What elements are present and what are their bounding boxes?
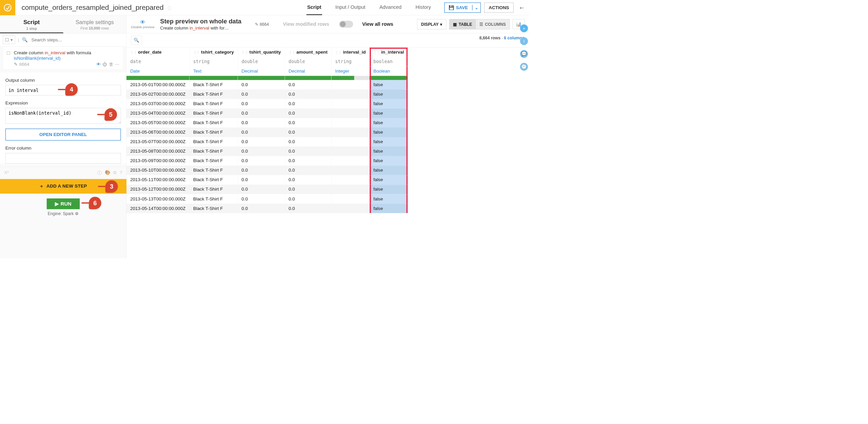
column-header-in_interval[interactable]: ⋮⋮in_interval (370, 47, 408, 57)
tab-input-output[interactable]: Input / Output (335, 0, 367, 15)
output-column-input[interactable] (5, 85, 121, 95)
column-header-amount_spent[interactable]: ⋮⋮amount_spent (285, 47, 331, 57)
table-row[interactable]: 2013-05-14T00:00:00.000ZBlack T-Shirt F0… (126, 204, 408, 213)
callout-4: 4 (65, 83, 78, 96)
error-column-input[interactable] (5, 153, 121, 163)
view-toggle[interactable] (339, 21, 353, 28)
table-row[interactable]: 2013-05-11T00:00:00.000ZBlack T-Shirt F0… (126, 175, 408, 185)
column-header-interval_id[interactable]: ⋮⋮interval_id (331, 47, 370, 57)
filter-icon[interactable]: 🔍 (131, 36, 142, 45)
back-arrow-icon[interactable]: ← (519, 4, 525, 11)
save-icon: 💾 (449, 5, 454, 10)
table-row[interactable]: 2013-05-10T00:00:00.000ZBlack T-Shirt F0… (126, 166, 408, 175)
table-row[interactable]: 2013-05-13T00:00:00.000ZBlack T-Shirt F0… (126, 194, 408, 204)
save-dropdown-icon[interactable]: ⌄ (472, 5, 480, 10)
disable-preview-button[interactable]: 👁 Disable preview (131, 19, 154, 29)
engine-label[interactable]: Engine: Spark ⚙ (0, 211, 126, 216)
preview-subtitle: Create column in_interval with for… (160, 26, 241, 31)
svg-point-0 (4, 4, 11, 11)
callout-6: 6 (89, 197, 101, 209)
rail-plus-icon[interactable]: ＋ (520, 24, 528, 32)
step-card[interactable]: ☐ Create column in_interval with formula… (3, 46, 123, 70)
display-dropdown[interactable]: DISPLAY ▾ (417, 19, 446, 29)
save-button[interactable]: 💾 SAVE ⌄ (444, 2, 481, 13)
tab-advanced[interactable]: Advanced (379, 0, 402, 15)
step-form: Output column 4 Expression 5 OPEN EDITOR… (0, 73, 126, 163)
tab-script[interactable]: Script (307, 0, 322, 15)
callout-3: 3 (105, 180, 118, 193)
step-checkbox[interactable]: ☐ (6, 51, 11, 56)
step-row-count: 8664 (19, 62, 29, 67)
select-all-checkbox[interactable]: ☐ ▾ (3, 36, 15, 44)
column-header-tshirt_quantity[interactable]: ⋮⋮tshirt_quantity (238, 47, 285, 57)
table-row[interactable]: 2013-05-09T00:00:00.000ZBlack T-Shirt F0… (126, 156, 408, 166)
formula-icon[interactable]: X² (4, 170, 8, 176)
open-editor-button[interactable]: OPEN EDITOR PANEL (5, 129, 121, 140)
info-icon[interactable]: ⓘ (97, 170, 102, 176)
view-modified-label: View modified rows (283, 21, 329, 27)
table-row[interactable]: 2013-05-03T00:00:00.000ZBlack T-Shirt F0… (126, 99, 408, 109)
eye-icon[interactable]: 👁 (96, 62, 101, 67)
rail-chat-icon[interactable]: 💬 (520, 50, 528, 58)
rail-clock-icon[interactable]: 🕘 (520, 63, 528, 71)
more-icon[interactable]: ⋯ (115, 62, 119, 67)
run-button[interactable]: ▶ RUN (46, 198, 80, 209)
sidebar: Script 1 step Sample settings First 10,0… (0, 15, 126, 258)
error-column-label: Error column (5, 146, 121, 151)
actions-button[interactable]: ACTIONS (484, 2, 514, 13)
column-header-order_date[interactable]: ⋮⋮order_date (126, 47, 189, 57)
recipe-title: compute_orders_resampled_joined_prepared (21, 3, 163, 12)
table-row[interactable]: 2013-05-07T00:00:00.000ZBlack T-Shirt F0… (126, 137, 408, 147)
preview-title: Step preview on whole data (160, 18, 241, 25)
expression-label: Expression (5, 100, 121, 106)
topbar: compute_orders_resampled_joined_prepared… (0, 0, 529, 15)
help-icon[interactable]: ? (120, 170, 122, 176)
sidebar-tab-sample[interactable]: Sample settings First 10,000 rows (63, 15, 126, 33)
table-row[interactable]: 2013-05-01T00:00:00.000ZBlack T-Shirt F0… (126, 80, 408, 90)
table-row[interactable]: 2013-05-02T00:00:00.000ZBlack T-Shirt F0… (126, 90, 408, 99)
palette-icon[interactable]: 🎨 (105, 170, 110, 176)
search-steps-input[interactable] (31, 36, 123, 44)
gear-icon[interactable]: ⚙ (75, 211, 79, 216)
tab-history[interactable]: History (415, 0, 432, 15)
power-icon[interactable]: ⏻ (102, 62, 107, 67)
output-column-label: Output column (5, 78, 121, 83)
search-icon: 🔍 (22, 37, 27, 43)
rail-info-icon[interactable]: i (520, 37, 528, 45)
eye-icon: 👁 (131, 19, 154, 25)
trash-icon[interactable]: 🗑 (109, 62, 113, 67)
table-row[interactable]: 2013-05-04T00:00:00.000ZBlack T-Shirt F0… (126, 109, 408, 118)
pencil-icon: ✎ (14, 62, 18, 67)
view-table-button[interactable]: ▦ TABLE (449, 19, 476, 29)
table-row[interactable]: 2013-05-05T00:00:00.000ZBlack T-Shirt F0… (126, 118, 408, 128)
table-row[interactable]: 2013-05-06T00:00:00.000ZBlack T-Shirt F0… (126, 128, 408, 137)
copy-icon[interactable]: ⧉ (113, 170, 117, 176)
right-rail: ＋ i 💬 🕘 (519, 20, 529, 71)
expression-input[interactable] (5, 108, 121, 123)
table-row[interactable]: 2013-05-08T00:00:00.000ZBlack T-Shirt F0… (126, 147, 408, 156)
top-tabs: Script Input / Output Advanced History (307, 0, 432, 15)
data-table: ⋮⋮order_date⋮⋮tshirt_category⋮⋮tshirt_qu… (126, 47, 408, 213)
recipe-logo-icon[interactable] (0, 0, 15, 15)
callout-5: 5 (104, 108, 117, 121)
view-all-label: View all rows (362, 21, 393, 27)
view-columns-button[interactable]: ☰ COLUMNS (476, 19, 509, 29)
preview-count: ✎ 8664 (255, 22, 269, 27)
table-row[interactable]: 2013-05-12T00:00:00.000ZBlack T-Shirt F0… (126, 185, 408, 194)
step-footer: X² ⓘ 🎨 ⧉ ? (0, 167, 126, 179)
sidebar-tab-script[interactable]: Script 1 step (0, 15, 63, 33)
loading-icon: ◌ (167, 5, 172, 10)
column-header-tshirt_category[interactable]: ⋮⋮tshirt_category (189, 47, 238, 57)
row-col-count: 8,664 rows · 6 columns (479, 36, 525, 45)
